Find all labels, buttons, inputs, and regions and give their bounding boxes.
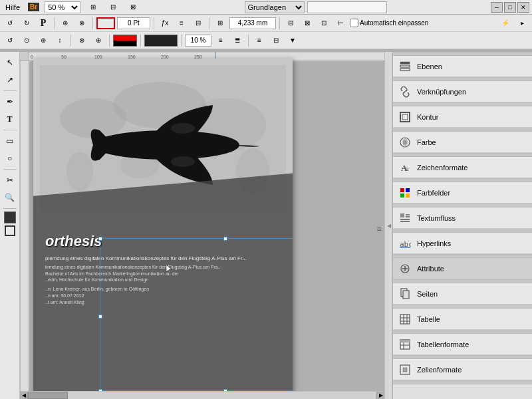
- scroll-left-btn[interactable]: ◀: [20, 392, 28, 399]
- tool-sep1: [3, 90, 17, 91]
- scrollbar-horizontal[interactable]: ◀ ▶: [20, 391, 384, 399]
- attribute-label: Attribute: [417, 265, 444, 273]
- menu-hilfe[interactable]: Hilfe: [3, 2, 23, 13]
- zoom-select[interactable]: 50 %25 %75 %100 %: [45, 1, 80, 13]
- svg-rect-43: [403, 291, 409, 299]
- stroke-btn[interactable]: [96, 17, 115, 29]
- svg-rect-20: [400, 62, 410, 64]
- tb2-btn6[interactable]: ⊕: [91, 33, 106, 48]
- chain-indicator: ≡: [374, 223, 384, 234]
- char-styles-icon: Aa: [398, 161, 412, 174]
- tb-btn4[interactable]: ⊟: [191, 16, 205, 31]
- text-tool[interactable]: T: [2, 111, 18, 127]
- undo-btn[interactable]: ↺: [3, 16, 17, 31]
- scroll-right-btn[interactable]: ▶: [376, 392, 384, 399]
- panel-item-verknuepfungen[interactable]: Verknüpfungen: [393, 81, 532, 102]
- tb-btn5[interactable]: ⊞: [213, 16, 227, 31]
- panel-item-ebenen[interactable]: Ebenen: [393, 56, 532, 77]
- panel-item-zellenformate[interactable]: Zellenformate: [393, 359, 532, 380]
- flash-btn[interactable]: ⚡: [498, 16, 513, 31]
- ebenen-label: Ebenen: [417, 63, 442, 70]
- tb2-btn8[interactable]: ≣: [230, 33, 245, 48]
- tb-btn1[interactable]: ⊛: [58, 16, 72, 31]
- panel-item-hyperlinks[interactable]: abc Hyperlinks: [393, 233, 532, 254]
- panel-item-seiten[interactable]: Seiten: [393, 283, 532, 305]
- svg-rect-29: [406, 188, 410, 192]
- tb-btn3[interactable]: ≡: [174, 16, 189, 31]
- br-badge[interactable]: Br: [28, 3, 39, 11]
- autofit-checkbox[interactable]: [350, 19, 358, 27]
- ellipse-tool[interactable]: ○: [2, 150, 18, 166]
- fill-box[interactable]: [144, 35, 178, 47]
- color-swatch[interactable]: [113, 35, 137, 47]
- tb-btn6[interactable]: ⊟: [283, 16, 298, 31]
- scroll-thumb-h[interactable]: [28, 392, 68, 399]
- redo-btn[interactable]: ↻: [19, 16, 34, 31]
- tb2-btn1[interactable]: ↺: [3, 33, 17, 48]
- autofit-label[interactable]: Automatisch einpassen: [350, 19, 428, 27]
- search-input[interactable]: [307, 1, 387, 13]
- handle-ml[interactable]: [98, 315, 102, 319]
- view-btn3[interactable]: ⊠: [126, 0, 140, 15]
- arrow-btn[interactable]: ▸: [515, 16, 529, 31]
- tb-btn8[interactable]: ⊡: [317, 16, 331, 31]
- panel-item-tabellenformate[interactable]: Tabellenformate: [393, 334, 532, 355]
- tb2-btn3[interactable]: ⊛: [36, 33, 51, 48]
- tb-btn7[interactable]: ⊠: [300, 16, 315, 31]
- view-btn[interactable]: ⊞: [86, 0, 100, 15]
- svg-point-17: [171, 156, 195, 167]
- tb2-btn9[interactable]: ≡: [252, 33, 267, 48]
- handle-tl[interactable]: [98, 237, 102, 241]
- rect-tool[interactable]: ▭: [2, 133, 18, 149]
- zellenformate-label: Zellenformate: [417, 366, 462, 374]
- panel-item-farbe[interactable]: Farbe: [393, 132, 532, 153]
- tb2-btn5[interactable]: ⊗: [74, 33, 89, 48]
- panel-item-tabelle[interactable]: Tabelle: [393, 309, 532, 330]
- panel-item-textumfluss[interactable]: Textumfluss: [393, 207, 532, 229]
- pt-input[interactable]: [117, 17, 150, 29]
- select-tool[interactable]: ↖: [2, 55, 18, 70]
- svg-rect-54: [403, 368, 407, 372]
- percent-input[interactable]: [185, 35, 211, 47]
- seiten-label: Seiten: [417, 290, 438, 298]
- panel-item-kontur[interactable]: Kontur: [393, 106, 532, 128]
- scissors-tool[interactable]: ✂: [2, 172, 18, 188]
- tb-btn2[interactable]: ⊗: [74, 16, 89, 31]
- fx-btn[interactable]: ƒx: [158, 16, 172, 31]
- tb2-btn7[interactable]: ≡: [213, 33, 228, 48]
- tb-btn9[interactable]: ⊢: [333, 16, 348, 31]
- panel-item-zeichenformate[interactable]: Aa Zeichenformate: [393, 157, 532, 178]
- tb2-btn4[interactable]: ↕: [53, 33, 67, 48]
- text-tool-btn[interactable]: P: [36, 16, 51, 31]
- maximize-btn[interactable]: □: [504, 2, 516, 13]
- stroke-tool[interactable]: [4, 225, 16, 237]
- minimize-btn[interactable]: ─: [491, 2, 503, 13]
- direct-select-tool[interactable]: ↗: [2, 72, 18, 88]
- farbfelder-label: Farbfelder: [417, 189, 450, 197]
- panel-item-farbfelder[interactable]: Farbfelder: [393, 182, 532, 203]
- panel-collapse-handle[interactable]: ◀: [384, 52, 392, 399]
- tb2-dropdown[interactable]: ▼: [285, 33, 300, 48]
- table-icon: [398, 313, 412, 326]
- zoom-tool[interactable]: 🔍: [2, 190, 18, 205]
- view-btn2[interactable]: ⊟: [106, 0, 120, 15]
- tabelle-label: Tabelle: [417, 315, 440, 323]
- handle-tm[interactable]: [223, 237, 227, 241]
- tb2-btn2[interactable]: ⊙: [19, 33, 34, 48]
- layers-icon: [398, 60, 412, 73]
- stroke-icon: [398, 110, 412, 124]
- close-btn[interactable]: ✕: [517, 2, 529, 13]
- page-supervisor: ..t am: Annett Kling: [45, 299, 287, 306]
- page-subtitle: plemdung eines digitalen Kommunikationsk…: [45, 255, 287, 263]
- text-wrap-icon: [398, 211, 412, 225]
- links-icon: [398, 85, 412, 98]
- pen-tool[interactable]: ✒: [2, 94, 18, 110]
- panel-item-attribute[interactable]: Attribute: [393, 258, 532, 279]
- toolbar-row-1: ↺ ↻ P ⊛ ⊗ ƒx ≡ ⊟ ⊞ ⊟ ⊠ ⊡ ⊢ Automatisch e…: [0, 15, 532, 32]
- hyperlinks-label: Hyperlinks: [417, 239, 451, 247]
- mm-input[interactable]: [229, 17, 276, 29]
- tb2-btn10[interactable]: ⊟: [269, 33, 283, 48]
- fill-tool[interactable]: [4, 211, 16, 223]
- sep9: [181, 35, 182, 47]
- workspace-select[interactable]: Grundlagen: [245, 1, 305, 13]
